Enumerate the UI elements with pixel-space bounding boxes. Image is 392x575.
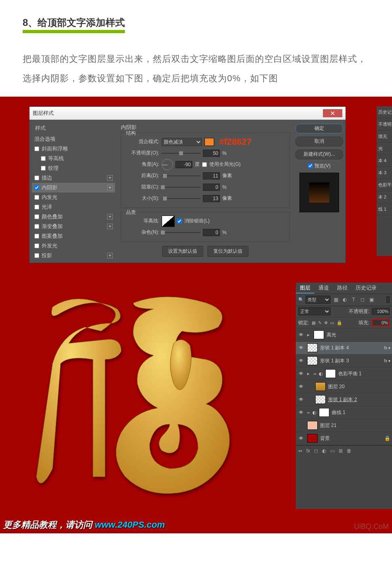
- style-checkbox[interactable]: [34, 214, 39, 219]
- opacity-slider[interactable]: [162, 151, 200, 156]
- style-checkbox[interactable]: [34, 205, 39, 209]
- history-item[interactable]: 不透明: [377, 118, 392, 131]
- blend-options-item[interactable]: 混合选项: [32, 134, 115, 144]
- choke-input[interactable]: [203, 184, 220, 191]
- distance-slider[interactable]: [162, 173, 200, 178]
- fx-icon[interactable]: fx: [306, 448, 310, 454]
- history-item[interactable]: 线 1: [377, 203, 392, 216]
- size-slider[interactable]: [162, 196, 200, 201]
- history-item[interactable]: 本 4: [377, 155, 392, 167]
- add-effect-icon[interactable]: +: [107, 175, 113, 181]
- filter-pixel-icon[interactable]: ▦: [332, 296, 339, 303]
- noise-slider[interactable]: [162, 230, 200, 235]
- filter-adjust-icon[interactable]: ◐: [341, 296, 348, 303]
- style-item-9[interactable]: 图案叠加: [32, 231, 115, 241]
- opacity-value-layers[interactable]: [372, 308, 390, 315]
- lock-all-icon[interactable]: 🔒: [337, 320, 342, 326]
- layer-thumbnail[interactable]: [315, 395, 326, 404]
- layer-row[interactable]: 👁▸⇔◐色彩平衡 1: [296, 368, 392, 381]
- visibility-toggle[interactable]: 👁: [297, 358, 305, 364]
- layer-row[interactable]: 👁形状 1 副本 3fx ▾: [296, 355, 392, 368]
- angle-input[interactable]: [175, 161, 192, 168]
- antialias-checkbox[interactable]: [177, 219, 182, 224]
- style-item-4[interactable]: 内阴影+: [32, 183, 115, 192]
- blend-mode-select[interactable]: 颜色减淡: [162, 138, 202, 146]
- layer-row[interactable]: 👁⇔◐曲线 1: [296, 406, 392, 419]
- layer-row[interactable]: 👁图层 20: [296, 381, 392, 393]
- layer-thumbnail[interactable]: [307, 421, 318, 430]
- history-item[interactable]: 本 2: [377, 191, 392, 203]
- dialog-titlebar[interactable]: 图层样式: [30, 107, 346, 120]
- ok-button[interactable]: 确定: [295, 124, 343, 133]
- layer-thumbnail[interactable]: [315, 382, 326, 391]
- tab-channels[interactable]: 通道: [314, 283, 333, 294]
- expand-icon[interactable]: ▸: [307, 332, 311, 338]
- mask-icon[interactable]: ◻: [314, 448, 318, 454]
- layer-row[interactable]: 图层 21: [296, 419, 392, 432]
- filter-smart-icon[interactable]: ▣: [368, 296, 375, 303]
- lock-position-icon[interactable]: ✥: [324, 320, 328, 326]
- visibility-toggle[interactable]: 👁: [297, 345, 305, 351]
- style-checkbox[interactable]: [34, 234, 39, 239]
- delete-icon[interactable]: 🗑: [347, 448, 352, 454]
- global-light-checkbox[interactable]: [202, 162, 207, 167]
- add-effect-icon[interactable]: +: [107, 185, 113, 190]
- style-checkbox[interactable]: [34, 185, 39, 190]
- fill-value-input[interactable]: [372, 319, 390, 326]
- layer-thumbnail[interactable]: [307, 356, 318, 365]
- blend-mode-select-layers[interactable]: 正常: [298, 307, 331, 315]
- layer-thumbnail[interactable]: [319, 408, 329, 417]
- style-item-6[interactable]: 光泽: [32, 202, 115, 212]
- choke-slider[interactable]: [162, 185, 200, 190]
- style-item-8[interactable]: 渐变叠加+: [32, 222, 115, 231]
- style-item-7[interactable]: 颜色叠加+: [32, 212, 115, 222]
- group-icon[interactable]: ▭: [330, 448, 335, 454]
- style-checkbox[interactable]: [34, 195, 39, 200]
- add-effect-icon[interactable]: +: [107, 214, 113, 220]
- link-layers-icon[interactable]: ⇔: [298, 448, 302, 454]
- layer-thumbnail[interactable]: [307, 343, 318, 352]
- style-item-1[interactable]: 等高线: [32, 154, 115, 163]
- noise-input[interactable]: [203, 229, 220, 236]
- style-checkbox[interactable]: [34, 175, 39, 180]
- tab-paths[interactable]: 路径: [333, 283, 352, 294]
- visibility-toggle[interactable]: 👁: [297, 371, 305, 376]
- style-checkbox[interactable]: [34, 253, 39, 258]
- opacity-input[interactable]: [203, 150, 220, 157]
- style-checkbox[interactable]: [41, 156, 46, 161]
- cancel-button[interactable]: 取消: [295, 137, 343, 146]
- lock-artboard-icon[interactable]: ▭: [330, 320, 334, 326]
- style-item-2[interactable]: 纹理: [32, 163, 115, 173]
- layer-thumbnail[interactable]: [307, 434, 318, 443]
- visibility-toggle[interactable]: 👁: [297, 332, 305, 338]
- fx-badge[interactable]: fx ▾: [384, 359, 390, 363]
- layer-row[interactable]: 👁▸高光: [296, 329, 392, 342]
- visibility-toggle[interactable]: 👁: [297, 397, 305, 402]
- tab-layers[interactable]: 图层: [296, 283, 314, 294]
- layer-row[interactable]: 👁形状 1 副本 4fx ▾: [296, 342, 392, 355]
- style-checkbox[interactable]: [34, 224, 39, 229]
- adjustment-icon[interactable]: ◐: [322, 448, 326, 454]
- lock-pixels-icon[interactable]: ▦: [312, 320, 316, 326]
- reset-default-button[interactable]: 复位为默认值: [207, 246, 249, 257]
- close-button[interactable]: [323, 109, 342, 117]
- filter-shape-icon[interactable]: ◻: [359, 296, 366, 303]
- new-layer-icon[interactable]: ⊞: [339, 448, 343, 454]
- history-item[interactable]: 填充: [377, 131, 392, 143]
- expand-icon[interactable]: ▸: [307, 371, 311, 376]
- visibility-toggle[interactable]: 👁: [297, 410, 305, 415]
- layer-row[interactable]: 👁形状 1 副本 2: [296, 393, 392, 406]
- preview-checkbox[interactable]: [308, 163, 313, 168]
- layer-thumbnail[interactable]: [325, 369, 336, 378]
- history-item[interactable]: 光: [377, 143, 392, 155]
- layer-row[interactable]: 👁背景🔒: [296, 432, 392, 445]
- add-effect-icon[interactable]: +: [107, 253, 113, 258]
- style-item-5[interactable]: 内发光: [32, 192, 115, 202]
- filter-toggle[interactable]: [386, 296, 390, 303]
- filter-type-icon[interactable]: T: [350, 296, 357, 303]
- tab-history[interactable]: 历史记录: [352, 283, 381, 294]
- style-checkbox[interactable]: [34, 146, 39, 151]
- history-item[interactable]: 色彩平: [377, 179, 392, 191]
- new-style-button[interactable]: 新建样式(W)...: [295, 150, 343, 159]
- lock-brush-icon[interactable]: ✎: [318, 320, 322, 326]
